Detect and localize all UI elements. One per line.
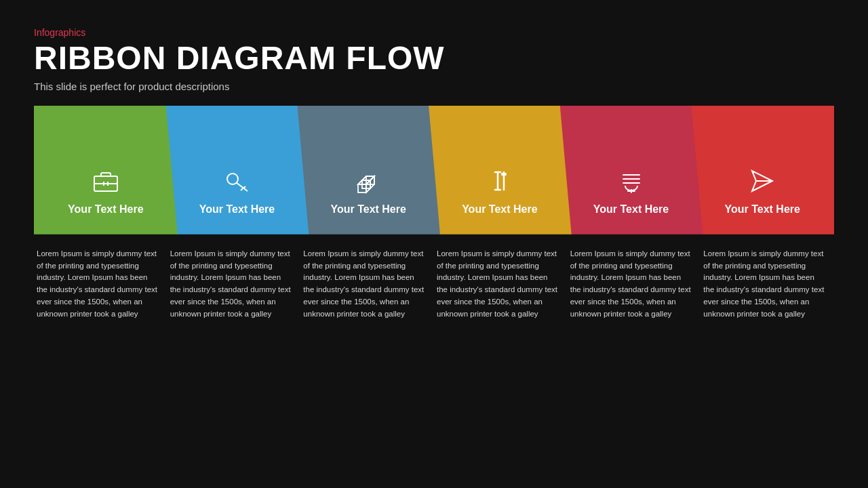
tools-icon [484,165,515,197]
header: Infographics RIBBON DIAGRAM FLOW This sl… [34,27,834,92]
briefcase-icon [90,165,121,197]
key-icon [222,165,253,197]
ribbon-title-2: Your Text Here [194,203,280,216]
desc-item-3: Lorem Ipsum is simply dummy text of the … [300,248,434,321]
desc-item-2: Lorem Ipsum is simply dummy text of the … [167,248,301,321]
ribbon-item-2: Your Text Here [165,106,309,235]
svg-line-6 [243,186,245,188]
ribbon-row: Your Text Here Your Text Here [34,106,834,235]
svg-marker-14 [366,180,370,192]
ribbon-title-6: Your Text Here [719,203,805,216]
ribbon-content-4: Your Text Here [456,106,542,225]
desc-item-6: Lorem Ipsum is simply dummy text of the … [701,248,834,321]
desc-text-4: Lorem Ipsum is simply dummy text of the … [437,248,559,321]
slide: Infographics RIBBON DIAGRAM FLOW This sl… [0,0,868,488]
ribbon-item-4: Your Text Here [428,106,572,235]
desc-item-4: Lorem Ipsum is simply dummy text of the … [434,248,568,321]
send-icon [747,165,778,197]
ribbon-title-3: Your Text Here [325,203,411,216]
ribbon-content-6: Your Text Here [719,106,805,225]
desc-item-1: Lorem Ipsum is simply dummy text of the … [34,248,167,321]
boxes-icon [353,165,384,197]
desc-text-5: Lorem Ipsum is simply dummy text of the … [570,248,693,321]
svg-line-7 [241,188,243,190]
page-subtitle: This slide is perfect for product descri… [34,81,834,92]
ribbon-item-5: Your Text Here [559,106,703,235]
ribbon-content-3: Your Text Here [325,106,411,225]
desc-item-5: Lorem Ipsum is simply dummy text of the … [568,248,701,321]
ribbon-item-3: Your Text Here [296,106,440,235]
description-row: Lorem Ipsum is simply dummy text of the … [34,248,834,321]
ribbon-item-1: Your Text Here [34,106,178,235]
page-title: RIBBON DIAGRAM FLOW [34,41,834,77]
infographics-label: Infographics [34,27,834,38]
ribbon-title-4: Your Text Here [456,203,542,216]
desc-text-6: Lorem Ipsum is simply dummy text of the … [703,248,826,321]
svg-marker-13 [370,176,374,188]
ribbon-content-2: Your Text Here [194,106,280,225]
ribbon-title-5: Your Text Here [588,203,674,216]
desc-text-2: Lorem Ipsum is simply dummy text of the … [170,248,293,321]
ribbon-content-1: Your Text Here [62,106,149,225]
ribbon-content-5: Your Text Here [588,106,674,225]
ribbon-item-6: Your Text Here [690,106,834,235]
desc-text-1: Lorem Ipsum is simply dummy text of the … [37,248,159,321]
ribbon-title-1: Your Text Here [62,203,149,216]
layers-icon [616,165,647,197]
desc-text-3: Lorem Ipsum is simply dummy text of the … [303,248,426,321]
